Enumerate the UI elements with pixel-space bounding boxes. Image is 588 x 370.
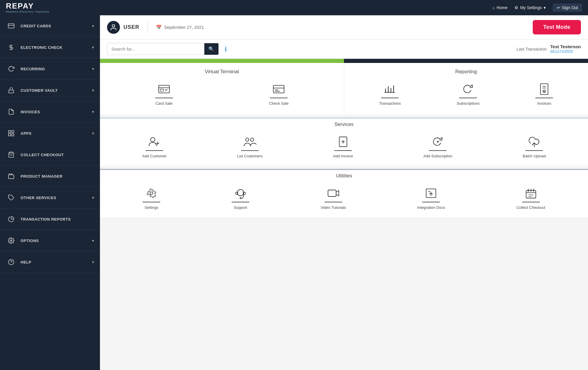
reporting-title: Reporting [351,69,581,75]
customer-vault-label: CUSTOMER VAULT [21,88,88,93]
home-button[interactable]: ⌂ Home [492,5,508,10]
last-transaction-label: Last Transaction [517,47,547,51]
reporting-panel: Reporting [344,63,588,114]
support-icon-box [232,186,249,202]
dollar-icon [6,42,16,53]
main-layout: CREDIT CARDS ▾ ELECTRONIC CHECK ▾ RECURR… [0,15,588,370]
list-customers-icon-box [241,135,259,151]
search-icon: 🔍 [208,46,214,51]
settings-icon-box [143,186,160,202]
add-customer-item[interactable]: Add Customer [139,133,170,160]
other-services-label: OTHER SERVICES [21,196,88,200]
header-strip [100,59,588,63]
svg-point-47 [237,189,244,196]
logo-sub: Realtime Electronic Payments [6,10,49,13]
collect-checkout-util-label: Collect Checkout [516,205,545,210]
video-tutorials-label: Video Tutorials [321,205,346,210]
list-customers-icon [243,135,256,148]
transactions-item[interactable]: Transactions [376,81,404,107]
svg-rect-3 [9,90,14,93]
date-label: September 27, 2021 [164,25,204,30]
sidebar-item-invoices[interactable]: INVOICES ▾ [0,101,100,123]
add-invoice-icon-box [334,135,352,151]
user-name: USER [123,24,139,30]
list-customers-item[interactable]: List Customers [234,133,265,160]
settings-label: Settings [145,205,158,210]
basket-icon [6,149,16,160]
info-icon[interactable]: ℹ [225,46,227,53]
last-transaction-phone[interactable]: 6614743555 [550,49,581,54]
sidebar-item-recurring[interactable]: RECURRING ▾ [0,58,100,80]
check-sale-icon-box [270,82,288,98]
sidebar-item-help[interactable]: HELP ▾ [0,251,100,273]
batch-upload-label: Batch Upload [523,154,546,158]
chevron-icon: ▾ [92,45,94,50]
batch-upload-item[interactable]: Batch Upload [520,133,549,160]
transactions-icon-box [381,82,399,98]
video-tutorials-item[interactable]: Video Tutorials [318,185,349,211]
services-icons: Add Customer List Customers [107,133,581,160]
reporting-icons: Transactions Subscriptions [351,81,581,107]
help-label: HELP [21,260,88,264]
settings-button[interactable]: ⚙ My Settings ▾ [514,5,545,10]
card-sale-item[interactable]: Card Sale [152,81,176,107]
tag-icon [6,192,16,203]
green-strip [100,59,344,63]
sidebar-item-options[interactable]: OPTIONS ▾ [0,230,100,251]
video-tutorials-icon-box [325,186,342,202]
add-subscription-item[interactable]: Add Subscription [420,133,455,160]
sidebar-item-collect-checkout[interactable]: COLLECT CHECKOUT [0,144,100,166]
search-button[interactable]: 🔍 [204,43,218,55]
collect-checkout-util-icon-box [522,186,540,202]
support-item[interactable]: Support [229,185,252,211]
sign-out-button[interactable]: ↩ Sign Out [553,4,582,12]
add-subscription-icon-box [429,135,447,151]
chevron-icon: ▾ [92,109,94,114]
utilities-title: Utilities [107,173,581,179]
card-sale-label: Card Sale [156,101,173,106]
chevron-icon: ▾ [92,66,94,71]
support-label: Support [234,205,247,210]
sidebar-item-customer-vault[interactable]: CUSTOMER VAULT ▾ [0,80,100,101]
settings-label: My Settings [520,5,542,10]
invoices-report-item[interactable]: Invoices [532,81,556,107]
subscriptions-item[interactable]: Subscriptions [454,81,482,107]
search-input[interactable] [107,44,204,54]
logo: REPAY Realtime Electronic Payments [6,2,49,13]
add-invoice-item[interactable]: Add Invoice [330,133,356,160]
invoices-report-icon-box [535,82,553,98]
sidebar-item-credit-cards[interactable]: CREDIT CARDS ▾ [0,15,100,37]
add-invoice-icon [337,135,350,148]
transactions-icon [383,83,396,96]
sidebar: CREDIT CARDS ▾ ELECTRONIC CHECK ▾ RECURR… [0,15,100,370]
apps-label: APPS [21,131,88,136]
add-invoice-label: Add Invoice [333,154,353,158]
collect-checkout-util-item[interactable]: Collect Checkout [513,185,548,211]
list-customers-label: List Customers [237,154,263,158]
test-mode-button[interactable]: Test Mode [533,20,581,34]
sidebar-item-apps[interactable]: APPS ▾ [0,123,100,144]
credit-cards-label: CREDIT CARDS [21,24,88,28]
chevron-icon: ▾ [92,195,94,200]
settings-item[interactable]: Settings [140,185,163,211]
transaction-reports-label: TRANSACTION REPORTS [21,217,94,221]
dashboard: Virtual Terminal [100,59,588,370]
last-transaction: Last Transaction Test Testerson 66147435… [517,44,581,54]
settings-icon [145,187,158,200]
sidebar-item-other-services[interactable]: OTHER SERVICES ▾ [0,187,100,209]
sidebar-item-transaction-reports[interactable]: TRANSACTION REPORTS [0,209,100,230]
top-sections-row: Virtual Terminal [100,63,588,114]
chevron-down-icon: ▾ [544,5,546,10]
sidebar-item-electronic-check[interactable]: ELECTRONIC CHECK ▾ [0,37,100,58]
svg-rect-6 [9,134,11,136]
integration-docs-label: Integration Docs [417,205,445,210]
lock-icon [6,85,16,96]
utilities-section: Utilities Settings [100,169,588,217]
svg-point-35 [151,137,155,142]
transactions-label: Transactions [379,101,401,106]
sidebar-item-product-manager[interactable]: PRODUCT MANAGER [0,166,100,187]
invoices-report-label: Invoices [537,101,551,106]
search-bar-row: 🔍 ℹ Last Transaction Test Testerson 6614… [100,39,588,59]
check-sale-item[interactable]: Check Sale [266,81,291,107]
integration-docs-item[interactable]: Integration Docs [414,185,448,211]
